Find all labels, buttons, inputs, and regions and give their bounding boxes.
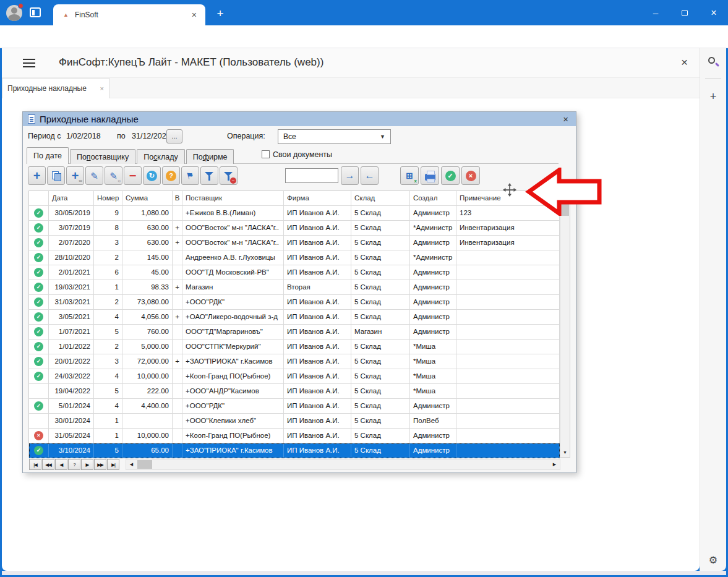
doc-tab-close-icon[interactable]: × [100, 85, 104, 92]
status-ok-icon: ✓ [34, 283, 43, 292]
filter-clear-button[interactable]: – [220, 166, 238, 185]
table-row[interactable]: ✓2/01/2021645.00ООО"ТД Московский-РВ"ИП … [29, 265, 560, 280]
copy-button[interactable] [47, 166, 65, 185]
status-ok-icon: ✓ [34, 342, 43, 351]
gear-icon[interactable]: ⚙ [700, 554, 726, 566]
window-minimize-button[interactable]: – [641, 0, 670, 25]
column-header-1[interactable]: Дата [49, 191, 94, 205]
refresh-button[interactable]: ↻ [143, 166, 161, 185]
column-header-3[interactable]: Сумма [122, 191, 173, 205]
status-ok-icon: ✓ [34, 297, 43, 307]
filter-tab-4[interactable]: По фирме [186, 149, 234, 164]
browser-tab[interactable]: ▲ FinSoft × [53, 4, 205, 25]
period-picker-button[interactable]: ... [166, 129, 182, 143]
table-row[interactable]: ✓28/10/20202145.00Андреенко А.В. г.Лухов… [29, 250, 560, 265]
table-row[interactable]: ✓3/05/202144,056.00++ОАО"Ликеро-водочный… [29, 310, 560, 325]
edit-button[interactable]: ✎ [85, 166, 103, 185]
column-header-2[interactable]: Номер [94, 191, 122, 205]
view-button[interactable]: ✎○ [105, 166, 122, 185]
browser-navbar: ← ↻ i localhost /app/FinSoft ↗ ☆ ◫ ☆ ⊞ ♡… [0, 25, 728, 48]
backward-button[interactable]: ← [361, 166, 379, 185]
window-maximize-button[interactable] [670, 0, 699, 25]
status-ok-icon: ✓ [34, 372, 43, 381]
app-close-button[interactable]: × [681, 56, 688, 69]
menu-hamburger-icon[interactable] [23, 59, 35, 67]
column-header-8[interactable]: Создал [410, 191, 456, 205]
table-body: ✓30/05/201991,080.00+Ежиков В.В.(Лиман)И… [29, 206, 560, 458]
status-ok-icon: ✓ [34, 357, 43, 366]
chevron-down-icon: ▼ [380, 134, 385, 140]
vertical-scrollbar[interactable]: ▲ ▼ [560, 191, 570, 457]
table-row[interactable]: ✓1/01/202225,000.00ООО"СТПК"Меркурий"ИП … [29, 340, 560, 354]
column-header-5[interactable]: Поставщик [182, 191, 284, 205]
horizontal-scrollbar[interactable]: ◀ ▶ [126, 459, 560, 470]
action-buttons: ⊞x✓× [400, 166, 480, 185]
filter-tab-2[interactable]: По поставщику [70, 149, 135, 164]
table-row[interactable]: ×31/05/2024110,000.00+Кооп-Гранд ПО(Рыбн… [29, 429, 560, 443]
column-header-0[interactable] [29, 191, 49, 205]
table-row[interactable]: ✓30/05/201991,080.00+Ежиков В.В.(Лиман)И… [29, 206, 560, 221]
nav-first-button[interactable]: |◀ [29, 459, 41, 470]
nav-last-button[interactable]: ▶| [107, 459, 119, 470]
send-button[interactable]: ⚑ [181, 166, 199, 185]
table-row[interactable]: ✓3/10/2024565.00+ЗАО"ПРИОКА" г.КасимовИП… [29, 443, 560, 458]
table-row[interactable]: 30/01/20241+ООО"Клепики хлеб"ИП Иванов А… [29, 414, 560, 429]
table-row[interactable]: ✓2/07/20203630.00+ООО"Восток" м-н "ЛАСКА… [29, 236, 560, 250]
sidebar-add-icon[interactable]: + [700, 90, 726, 103]
scroll-left-icon[interactable]: ◀ [126, 459, 137, 469]
dialog-close-button[interactable]: × [563, 114, 571, 124]
period-to-value[interactable]: 31/12/2025 [132, 132, 171, 140]
status-ok-icon: ✓ [34, 268, 43, 277]
horizontal-scroll-thumb[interactable] [137, 460, 152, 469]
quick-search-input[interactable] [285, 168, 338, 183]
cancel-button[interactable]: × [461, 166, 480, 185]
status-ok-icon: ✓ [34, 208, 43, 218]
search-icon[interactable] [708, 57, 715, 64]
add-linked-button[interactable]: +∞ [66, 166, 84, 185]
table-row[interactable]: ✓20/01/2022372,000.00++ЗАО"ПРИОКА" г.Кас… [29, 354, 560, 369]
status-ok-icon: ✓ [34, 223, 43, 233]
nav-bookmark-button[interactable]: ? [68, 459, 80, 470]
nav-prev-button[interactable]: ◀ [55, 459, 67, 470]
browser-window: ▲ FinSoft × + – × ← ↻ i localhost /app/F… [0, 0, 728, 577]
workspaces-icon[interactable] [30, 7, 41, 17]
excel-export-button[interactable]: ⊞x [400, 166, 419, 185]
forward-button[interactable]: → [341, 166, 359, 185]
invoices-table: ДатаНомерСуммаВПоставщикФирмаСкладСоздал… [28, 190, 570, 458]
dialog-toolbar: ++∞✎✎○−↻?⚑– [28, 166, 238, 186]
column-header-4[interactable]: В [173, 191, 182, 205]
nav-fast-forward-button[interactable]: ▶▶ [94, 459, 106, 470]
window-close-button[interactable]: × [700, 0, 728, 25]
filter-tab-1[interactable]: По дате [27, 147, 69, 164]
dialog-titlebar[interactable]: Приходные накладные × [23, 112, 576, 126]
table-row[interactable]: ✓3/07/20198630.00+ООО"Восток" м-н "ЛАСКА… [29, 221, 560, 236]
scroll-right-icon[interactable]: ▶ [549, 459, 560, 469]
table-row[interactable]: ✓31/03/2021273,080.00+ООО"РДК"ИП Иванов … [29, 295, 560, 310]
filter-button[interactable] [200, 166, 218, 185]
nav-fast-back-button[interactable]: ◀◀ [42, 459, 54, 470]
own-docs-checkbox[interactable] [262, 150, 270, 158]
dialog-filter-tabs: По датеПо поставщикуПо складуПо фирме [27, 147, 234, 164]
confirm-button[interactable]: ✓ [441, 166, 460, 185]
table-row[interactable]: ✓19/03/2021198.33+МагазинВторая5 СкладАд… [29, 280, 560, 295]
filter-tab-3[interactable]: По складу [137, 149, 185, 164]
table-row[interactable]: ✓24/03/2022410,000.00+Кооп-Гранд ПО(Рыбн… [29, 369, 560, 384]
tab-close-icon[interactable]: × [189, 10, 199, 20]
new-tab-button[interactable]: + [211, 5, 229, 22]
status-ok-icon: ✓ [34, 253, 43, 262]
column-header-6[interactable]: Фирма [284, 191, 351, 205]
nav-next-button[interactable]: ▶ [81, 459, 93, 470]
period-from-value[interactable]: 1/02/2018 [66, 132, 101, 140]
add-button[interactable]: + [28, 166, 46, 185]
table-row[interactable]: ✓5/01/202444,400.00+ООО"РДК"ИП Иванов А.… [29, 399, 560, 414]
delete-button[interactable]: − [124, 166, 142, 185]
doc-tab-invoices[interactable]: Приходные накладные × [2, 78, 109, 98]
operation-select[interactable]: Все ▼ [278, 129, 391, 144]
table-row[interactable]: 19/04/20225222.00+ООО"АНДР"КасимовИП Ива… [29, 384, 560, 399]
print-button[interactable] [421, 166, 439, 185]
help-button[interactable]: ? [162, 166, 180, 185]
column-header-7[interactable]: Склад [351, 191, 410, 205]
doc-tab-label: Приходные накладные [7, 84, 87, 93]
table-row[interactable]: ✓1/07/20215760.00ООО"ТД"Маргариновъ"ИП И… [29, 325, 560, 340]
scroll-down-icon[interactable]: ▼ [560, 448, 570, 457]
